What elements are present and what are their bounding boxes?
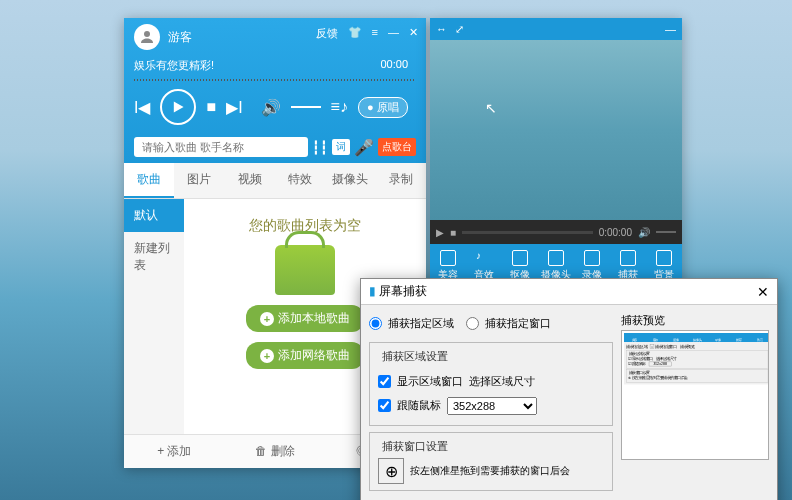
stop-button[interactable]: ■ <box>206 98 216 116</box>
size-label: 选择区域尺寸 <box>469 374 535 389</box>
video-volume-icon[interactable]: 🔊 <box>638 227 650 238</box>
mic-icon[interactable]: 🎤 <box>354 138 374 157</box>
close-icon[interactable]: ✕ <box>409 26 418 41</box>
equalizer-icon[interactable]: ┇┇ <box>312 140 328 155</box>
footer-add[interactable]: + 添加 <box>124 435 225 468</box>
region-settings-group: 捕获区域设置 显示区域窗口 选择区域尺寸 跟随鼠标 352x288 <box>369 342 613 426</box>
record-icon <box>584 250 600 266</box>
shirt-icon[interactable]: 👕 <box>348 26 362 41</box>
tab-effect[interactable]: 特效 <box>275 163 325 198</box>
live-badge[interactable]: 点歌台 <box>378 138 416 156</box>
dialog-titlebar: ▮ 屏幕捕获 ✕ <box>361 279 777 305</box>
original-vocal-toggle[interactable]: ● 原唱 <box>358 97 408 118</box>
video-stop-button[interactable]: ■ <box>450 227 456 238</box>
playback-controls: I◀ ■ ▶I 🔊 ≡♪ ● 原唱 <box>134 83 416 131</box>
radio-capture-window[interactable]: 捕获指定窗口 <box>466 316 551 331</box>
region-size-select[interactable]: 352x288 <box>447 397 537 415</box>
add-network-button[interactable]: +添加网络歌曲 <box>246 342 364 369</box>
expand-icon[interactable]: ⤢ <box>455 23 464 36</box>
video-volume-slider[interactable] <box>656 231 676 233</box>
avatar[interactable] <box>134 24 160 50</box>
video-display: ↖ <box>430 40 682 220</box>
capture-preview: 美容音效抠像摄像头录像捕获背景 捕获指定区域 ○ 捕获指定窗口 捕获预览 捕获区… <box>621 330 769 460</box>
tab-image[interactable]: 图片 <box>174 163 224 198</box>
background-icon <box>656 250 672 266</box>
volume-slider[interactable] <box>291 106 321 108</box>
video-play-button[interactable]: ▶ <box>436 227 444 238</box>
search-input[interactable] <box>134 137 308 157</box>
footer-delete[interactable]: 🗑 删除 <box>225 435 326 468</box>
radio-capture-region[interactable]: 捕获指定区域 <box>369 316 454 331</box>
time-display: 00:00 <box>380 58 408 73</box>
feedback-link[interactable]: 反馈 <box>316 26 338 41</box>
capture-icon <box>620 250 636 266</box>
sidebar-item-newlist[interactable]: 新建列表 <box>124 232 184 282</box>
drag-hint-text: 按左侧准星拖到需要捕获的窗口后会 <box>410 464 570 478</box>
svg-point-0 <box>144 31 150 37</box>
player-tabs: 歌曲 图片 视频 特效 摄像头 录制 <box>124 163 426 199</box>
username: 游客 <box>168 29 192 46</box>
progress-bar[interactable] <box>134 79 416 81</box>
video-controls: ▶ ■ 0:00:00 🔊 <box>430 220 682 244</box>
check-show-region-window[interactable]: 显示区域窗口 <box>378 374 463 389</box>
preview-label: 捕获预览 <box>621 313 769 328</box>
sidebar-item-default[interactable]: 默认 <box>124 199 184 232</box>
tab-record[interactable]: 录制 <box>376 163 426 198</box>
dialog-title: 屏幕捕获 <box>379 284 427 298</box>
sound-icon: ♪ <box>476 250 492 266</box>
camera-icon <box>548 250 564 266</box>
window-settings-group: 捕获窗口设置 ⊕ 按左侧准星拖到需要捕获的窗口后会 <box>369 432 613 491</box>
check-follow-mouse[interactable]: 跟随鼠标 <box>378 398 441 413</box>
tab-camera[interactable]: 摄像头 <box>325 163 375 198</box>
tab-song[interactable]: 歌曲 <box>124 163 174 198</box>
volume-icon[interactable]: 🔊 <box>261 98 281 117</box>
next-button[interactable]: ▶I <box>226 98 242 117</box>
add-local-button[interactable]: +添加本地歌曲 <box>246 305 364 332</box>
prev-button[interactable]: I◀ <box>134 98 150 117</box>
matting-icon <box>512 250 528 266</box>
beauty-icon <box>440 250 456 266</box>
basket-icon <box>275 245 335 295</box>
player-header: 游客 反馈 👕 ≡ — ✕ 娱乐有您更精彩! 00:00 I◀ ■ ▶I 🔊 ≡… <box>124 18 426 163</box>
video-time: 0:00:00 <box>599 227 632 238</box>
video-minimize-icon[interactable]: — <box>665 23 676 35</box>
crosshair-picker[interactable]: ⊕ <box>378 458 404 484</box>
play-button[interactable] <box>160 89 196 125</box>
screen-capture-dialog: ▮ 屏幕捕获 ✕ 捕获指定区域 捕获指定窗口 捕获区域设置 显示区域窗口 选择区… <box>360 278 778 500</box>
slogan-text: 娱乐有您更精彩! <box>134 58 214 73</box>
dialog-close-icon[interactable]: ✕ <box>757 284 769 300</box>
cursor-icon: ↖ <box>485 100 497 116</box>
video-seek-bar[interactable] <box>462 231 593 234</box>
lyric-button[interactable]: 词 <box>332 139 350 155</box>
video-titlebar: ↔ ⤢ — <box>430 18 682 40</box>
playlist-icon[interactable]: ≡♪ <box>331 98 348 116</box>
minimize-icon[interactable]: — <box>388 26 399 41</box>
tab-video[interactable]: 视频 <box>225 163 275 198</box>
playlist-sidebar: 默认 新建列表 <box>124 199 184 434</box>
back-arrow-icon[interactable]: ↔ <box>436 23 447 35</box>
menu-icon[interactable]: ≡ <box>372 26 378 41</box>
video-player-window: ↔ ⤢ — ↖ ▶ ■ 0:00:00 🔊 美容 ♪音效 抠像 摄像头 录像 捕… <box>430 18 682 288</box>
